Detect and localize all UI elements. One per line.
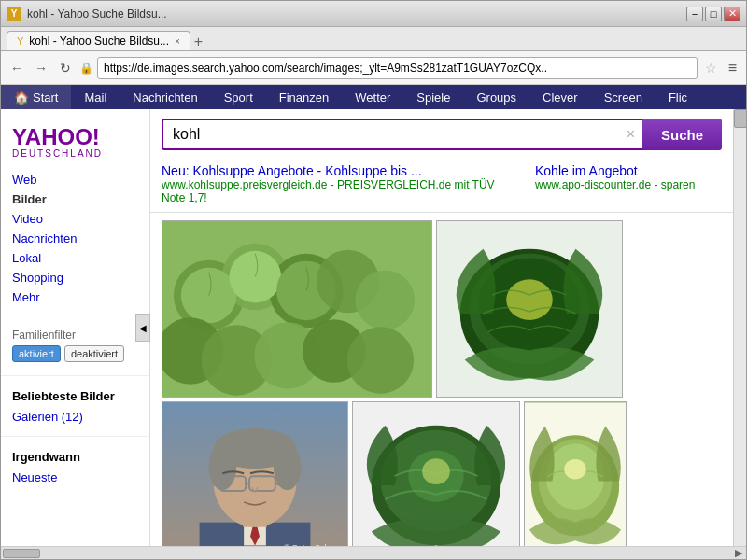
sidebar-link-web[interactable]: Web (12, 170, 138, 189)
sidebar-galerien-link[interactable]: Galerien (12) (12, 407, 138, 427)
sidebar-link-lokal[interactable]: Lokal (12, 248, 138, 268)
browser-menu-button[interactable]: ≡ (725, 60, 740, 77)
sidebar-divider-1 (1, 315, 149, 315)
svg-point-27 (274, 443, 302, 489)
forward-button[interactable]: → (31, 58, 51, 78)
back-button[interactable]: ← (7, 58, 27, 78)
nav-item-clever[interactable]: Clever (529, 85, 591, 109)
svg-point-38 (422, 458, 450, 484)
nav-item-spiele[interactable]: Spiele (403, 85, 463, 109)
yahoo-logo-text: YAHOO! (12, 126, 138, 148)
familienfilter-section: Familienfilter aktiviert deaktiviert (1, 323, 149, 368)
filter-deaktiviert-button[interactable]: deaktiviert (64, 345, 124, 362)
nav-item-wetter[interactable]: Wetter (342, 85, 403, 109)
minimize-button[interactable]: − (686, 7, 703, 21)
image-savoy-cabbage[interactable] (436, 220, 623, 398)
sidebar-collapse-button[interactable]: ◀ (135, 314, 150, 342)
horizontal-scrollbar[interactable]: ▶ (1, 546, 746, 559)
nav-item-sport[interactable]: Sport (211, 85, 266, 109)
sidebar-link-video[interactable]: Video (12, 209, 138, 229)
nav-item-flic[interactable]: Flic (655, 85, 700, 109)
lock-icon: 🔒 (79, 62, 93, 75)
image-green-cabbage[interactable] (352, 401, 520, 546)
nav-item-groups[interactable]: Groups (463, 85, 529, 109)
irgendwann-title: Irgendwann (1, 444, 149, 466)
nav-item-screen[interactable]: Screen (591, 85, 655, 109)
sidebar-link-mehr[interactable]: Mehr (12, 287, 138, 307)
sidebar: ◀ YAHOO! DEUTSCHLAND Web Bilder Video Na… (1, 109, 150, 546)
ad-right-title[interactable]: Kohle im Angebot (535, 163, 722, 178)
svg-point-43 (564, 458, 586, 479)
nav-item-start[interactable]: 🏠 Start (1, 85, 71, 109)
svg-point-18 (506, 279, 552, 320)
svg-rect-33 (243, 509, 267, 527)
sidebar-divider-2 (1, 375, 149, 376)
familienfilter-label: Familienfilter (12, 329, 138, 342)
sidebar-neueste-link[interactable]: Neueste (12, 468, 138, 487)
window-controls: − □ ✕ (686, 7, 740, 21)
tab-label: kohl - Yahoo Suche Bildsu... (29, 35, 169, 48)
image-copyright: © Peter Schoe... (284, 543, 345, 546)
close-button[interactable]: ✕ (724, 7, 740, 21)
beliebteste-title: Beliebteste Bilder (1, 384, 149, 405)
images-grid: © Peter Schoe... (150, 213, 733, 546)
title-bar: Y kohl - Yahoo Suche Bildsu... − □ ✕ (1, 1, 746, 27)
ad-left-source: www.kohlsuppe.preisvergleich.de - PREISV… (162, 178, 516, 204)
search-bar: × Suche (150, 109, 733, 160)
window-title: kohl - Yahoo Suche Bildsu... (27, 7, 686, 21)
sidebar-link-shopping[interactable]: Shopping (12, 268, 138, 287)
image-brussels-sprouts[interactable] (162, 220, 432, 398)
browser-tab[interactable]: Y kohl - Yahoo Suche Bildsu... × (7, 31, 190, 50)
filter-aktiviert-button[interactable]: aktiviert (12, 345, 61, 362)
browser-icon: Y (7, 7, 21, 21)
yahoo-logo-sub: DEUTSCHLAND (12, 148, 138, 159)
tab-close-button[interactable]: × (175, 36, 180, 47)
svg-point-8 (356, 270, 416, 329)
browser-window: Y kohl - Yahoo Suche Bildsu... − □ ✕ Y k… (0, 0, 747, 560)
maximize-button[interactable]: □ (705, 7, 722, 21)
svg-point-4 (181, 267, 237, 323)
image-light-cabbage[interactable] (524, 401, 627, 546)
refresh-button[interactable]: ↻ (55, 58, 76, 78)
ad-left: Neu: Kohlsuppe Angebote - Kohlsuppe bis … (162, 163, 516, 204)
nav-item-finanzen[interactable]: Finanzen (266, 85, 342, 109)
search-clear-button[interactable]: × (627, 126, 635, 143)
new-tab-button[interactable]: + (190, 34, 206, 50)
nav-menu: 🏠 Start Mail Nachrichten Sport Finanzen … (1, 85, 746, 109)
browser-content: ◀ YAHOO! DEUTSCHLAND Web Bilder Video Na… (1, 109, 746, 546)
sidebar-link-bilder[interactable]: Bilder (12, 189, 138, 209)
image-person[interactable]: © Peter Schoe... (162, 401, 348, 546)
svg-point-13 (347, 327, 415, 394)
ad-right-source: www.apo-discounter.de - sparen (535, 178, 722, 191)
ad-right: Kohle im Angebot www.apo-discounter.de -… (535, 163, 722, 204)
nav-item-nachrichten[interactable]: Nachrichten (120, 85, 210, 109)
ad-left-title[interactable]: Neu: Kohlsuppe Angebote - Kohlsuppe bis … (162, 163, 516, 178)
tab-bar: Y kohl - Yahoo Suche Bildsu... × + (1, 27, 746, 51)
bookmark-star-icon[interactable]: ☆ (701, 61, 721, 76)
search-button[interactable]: Suche (642, 119, 722, 150)
nav-item-mail[interactable]: Mail (71, 85, 120, 109)
images-row-1 (162, 220, 722, 398)
address-bar: ← → ↻ 🔒 ☆ ≡ (1, 51, 746, 85)
ads-section: Neu: Kohlsuppe Angebote - Kohlsuppe bis … (150, 160, 733, 213)
sidebar-link-nachrichten[interactable]: Nachrichten (12, 229, 138, 248)
address-input[interactable] (97, 57, 698, 79)
search-input[interactable] (162, 119, 647, 150)
filter-buttons: aktiviert deaktiviert (12, 345, 138, 362)
svg-point-26 (209, 443, 237, 489)
yahoo-logo: YAHOO! DEUTSCHLAND (1, 119, 149, 170)
sidebar-divider-3 (1, 436, 149, 437)
vertical-scrollbar[interactable] (733, 109, 746, 546)
sidebar-nav: Web Bilder Video Nachrichten Lokal Shopp… (1, 170, 149, 307)
main-area: × Suche Neu: Kohlsuppe Angebote - Kohlsu… (150, 109, 733, 546)
images-row-2: © Peter Schoe... (162, 401, 722, 546)
